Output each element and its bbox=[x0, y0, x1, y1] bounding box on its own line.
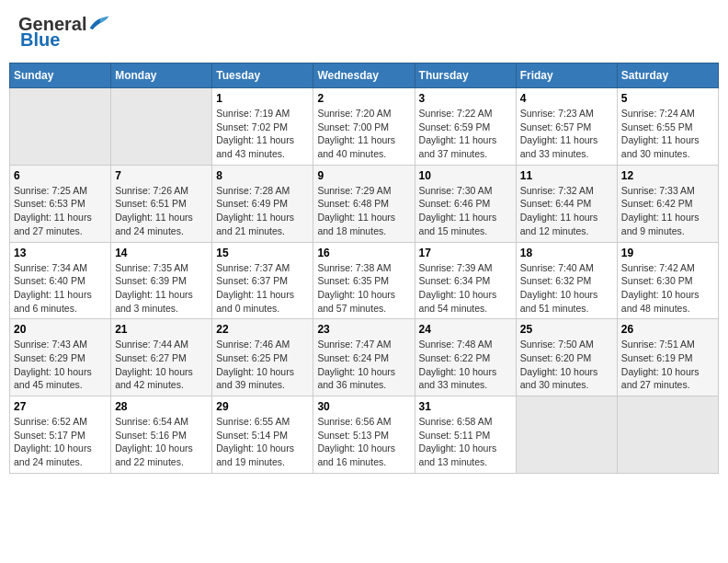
calendar-day-cell: 3Sunrise: 7:22 AMSunset: 6:59 PMDaylight… bbox=[415, 88, 516, 166]
day-info: Sunrise: 6:58 AMSunset: 5:11 PMDaylight:… bbox=[419, 415, 512, 469]
day-info: Sunrise: 6:52 AMSunset: 5:17 PMDaylight:… bbox=[14, 415, 107, 469]
day-number: 24 bbox=[419, 323, 512, 336]
day-number: 8 bbox=[216, 169, 309, 182]
day-number: 12 bbox=[621, 169, 714, 182]
day-number: 29 bbox=[216, 400, 309, 413]
calendar-day-cell: 29Sunrise: 6:55 AMSunset: 5:14 PMDayligh… bbox=[212, 396, 313, 474]
day-number: 4 bbox=[520, 92, 613, 105]
day-info: Sunrise: 7:51 AMSunset: 6:19 PMDaylight:… bbox=[621, 338, 714, 392]
day-number: 15 bbox=[216, 247, 309, 259]
day-number: 7 bbox=[115, 169, 208, 182]
day-info: Sunrise: 7:37 AMSunset: 6:37 PMDaylight:… bbox=[216, 261, 309, 316]
calendar-day-cell: 1Sunrise: 7:19 AMSunset: 7:02 PMDaylight… bbox=[212, 88, 313, 166]
day-of-week-header: Wednesday bbox=[313, 63, 415, 88]
day-number: 11 bbox=[520, 169, 613, 182]
day-number: 5 bbox=[621, 92, 714, 105]
calendar-day-cell bbox=[10, 88, 111, 166]
calendar-week-row: 1Sunrise: 7:19 AMSunset: 7:02 PMDaylight… bbox=[10, 88, 719, 166]
day-of-week-header: Sunday bbox=[10, 63, 111, 88]
calendar-day-cell: 12Sunrise: 7:33 AMSunset: 6:42 PMDayligh… bbox=[617, 165, 718, 242]
day-of-week-header: Thursday bbox=[415, 63, 516, 88]
day-of-week-header: Friday bbox=[516, 63, 617, 88]
day-info: Sunrise: 7:24 AMSunset: 6:55 PMDaylight:… bbox=[621, 107, 714, 161]
day-number: 1 bbox=[216, 92, 309, 105]
day-info: Sunrise: 7:28 AMSunset: 6:49 PMDaylight:… bbox=[216, 184, 309, 238]
day-info: Sunrise: 7:32 AMSunset: 6:44 PMDaylight:… bbox=[520, 184, 613, 238]
calendar-day-cell: 10Sunrise: 7:30 AMSunset: 6:46 PMDayligh… bbox=[415, 165, 516, 242]
day-info: Sunrise: 7:33 AMSunset: 6:42 PMDaylight:… bbox=[621, 184, 714, 238]
day-info: Sunrise: 7:23 AMSunset: 6:57 PMDaylight:… bbox=[520, 107, 613, 161]
day-info: Sunrise: 7:46 AMSunset: 6:25 PMDaylight:… bbox=[216, 338, 309, 392]
calendar-day-cell: 20Sunrise: 7:43 AMSunset: 6:29 PMDayligh… bbox=[10, 319, 111, 396]
day-number: 3 bbox=[419, 92, 512, 105]
day-number: 31 bbox=[419, 400, 512, 413]
calendar-week-row: 6Sunrise: 7:25 AMSunset: 6:53 PMDaylight… bbox=[10, 165, 719, 242]
calendar-day-cell: 19Sunrise: 7:42 AMSunset: 6:30 PMDayligh… bbox=[617, 242, 718, 319]
day-number: 23 bbox=[317, 323, 410, 336]
day-number: 30 bbox=[317, 400, 410, 413]
day-info: Sunrise: 7:43 AMSunset: 6:29 PMDaylight:… bbox=[14, 338, 107, 392]
day-info: Sunrise: 7:38 AMSunset: 6:35 PMDaylight:… bbox=[317, 261, 410, 316]
day-number: 20 bbox=[14, 323, 107, 336]
calendar-day-cell: 22Sunrise: 7:46 AMSunset: 6:25 PMDayligh… bbox=[212, 319, 313, 396]
day-number: 9 bbox=[317, 169, 410, 182]
calendar-day-cell: 4Sunrise: 7:23 AMSunset: 6:57 PMDaylight… bbox=[516, 88, 617, 166]
calendar-day-cell: 6Sunrise: 7:25 AMSunset: 6:53 PMDaylight… bbox=[10, 165, 111, 242]
calendar-day-cell bbox=[617, 396, 718, 474]
calendar-day-cell: 13Sunrise: 7:34 AMSunset: 6:40 PMDayligh… bbox=[10, 242, 111, 319]
calendar-day-cell: 16Sunrise: 7:38 AMSunset: 6:35 PMDayligh… bbox=[313, 242, 415, 319]
day-info: Sunrise: 7:30 AMSunset: 6:46 PMDaylight:… bbox=[419, 184, 512, 238]
day-number: 13 bbox=[14, 247, 107, 259]
logo-bird-icon bbox=[88, 15, 110, 31]
day-number: 10 bbox=[419, 169, 512, 182]
day-info: Sunrise: 7:47 AMSunset: 6:24 PMDaylight:… bbox=[317, 338, 410, 392]
day-info: Sunrise: 7:44 AMSunset: 6:27 PMDaylight:… bbox=[115, 338, 208, 392]
calendar-day-cell: 18Sunrise: 7:40 AMSunset: 6:32 PMDayligh… bbox=[516, 242, 617, 319]
calendar-day-cell: 26Sunrise: 7:51 AMSunset: 6:19 PMDayligh… bbox=[617, 319, 718, 396]
logo-blue-text: Blue bbox=[20, 29, 60, 51]
day-number: 27 bbox=[14, 400, 107, 413]
calendar-day-cell: 5Sunrise: 7:24 AMSunset: 6:55 PMDaylight… bbox=[617, 88, 718, 166]
day-info: Sunrise: 7:20 AMSunset: 7:00 PMDaylight:… bbox=[317, 107, 410, 161]
day-number: 18 bbox=[520, 247, 613, 259]
calendar-day-cell: 28Sunrise: 6:54 AMSunset: 5:16 PMDayligh… bbox=[111, 396, 212, 474]
day-info: Sunrise: 7:50 AMSunset: 6:20 PMDaylight:… bbox=[520, 338, 613, 392]
calendar-day-cell: 14Sunrise: 7:35 AMSunset: 6:39 PMDayligh… bbox=[111, 242, 212, 319]
day-info: Sunrise: 7:48 AMSunset: 6:22 PMDaylight:… bbox=[419, 338, 512, 392]
calendar-table: SundayMondayTuesdayWednesdayThursdayFrid… bbox=[9, 63, 719, 474]
calendar-day-cell: 8Sunrise: 7:28 AMSunset: 6:49 PMDaylight… bbox=[212, 165, 313, 242]
calendar-day-cell: 9Sunrise: 7:29 AMSunset: 6:48 PMDaylight… bbox=[313, 165, 415, 242]
logo: General Blue bbox=[18, 14, 110, 51]
calendar-header-row: SundayMondayTuesdayWednesdayThursdayFrid… bbox=[10, 63, 719, 88]
calendar-week-row: 13Sunrise: 7:34 AMSunset: 6:40 PMDayligh… bbox=[10, 242, 719, 319]
day-info: Sunrise: 6:56 AMSunset: 5:13 PMDaylight:… bbox=[317, 415, 410, 469]
calendar-day-cell: 23Sunrise: 7:47 AMSunset: 6:24 PMDayligh… bbox=[313, 319, 415, 396]
day-info: Sunrise: 7:25 AMSunset: 6:53 PMDaylight:… bbox=[14, 184, 107, 238]
day-number: 28 bbox=[115, 400, 208, 413]
day-number: 26 bbox=[621, 323, 714, 336]
calendar-day-cell bbox=[111, 88, 212, 166]
day-number: 6 bbox=[14, 169, 107, 182]
calendar-day-cell: 21Sunrise: 7:44 AMSunset: 6:27 PMDayligh… bbox=[111, 319, 212, 396]
day-number: 16 bbox=[317, 247, 410, 259]
day-number: 2 bbox=[317, 92, 410, 105]
calendar-day-cell: 17Sunrise: 7:39 AMSunset: 6:34 PMDayligh… bbox=[415, 242, 516, 319]
day-info: Sunrise: 7:39 AMSunset: 6:34 PMDaylight:… bbox=[419, 261, 512, 316]
day-of-week-header: Monday bbox=[111, 63, 212, 88]
calendar-week-row: 20Sunrise: 7:43 AMSunset: 6:29 PMDayligh… bbox=[10, 319, 719, 396]
day-number: 25 bbox=[520, 323, 613, 336]
day-info: Sunrise: 7:26 AMSunset: 6:51 PMDaylight:… bbox=[115, 184, 208, 238]
calendar-day-cell bbox=[516, 396, 617, 474]
calendar-day-cell: 15Sunrise: 7:37 AMSunset: 6:37 PMDayligh… bbox=[212, 242, 313, 319]
day-info: Sunrise: 7:42 AMSunset: 6:30 PMDaylight:… bbox=[621, 261, 714, 316]
day-number: 19 bbox=[621, 247, 714, 259]
calendar-day-cell: 25Sunrise: 7:50 AMSunset: 6:20 PMDayligh… bbox=[516, 319, 617, 396]
calendar-day-cell: 11Sunrise: 7:32 AMSunset: 6:44 PMDayligh… bbox=[516, 165, 617, 242]
day-number: 17 bbox=[419, 247, 512, 259]
calendar-day-cell: 30Sunrise: 6:56 AMSunset: 5:13 PMDayligh… bbox=[313, 396, 415, 474]
day-info: Sunrise: 7:22 AMSunset: 6:59 PMDaylight:… bbox=[419, 107, 512, 161]
calendar-week-row: 27Sunrise: 6:52 AMSunset: 5:17 PMDayligh… bbox=[10, 396, 719, 474]
day-number: 21 bbox=[115, 323, 208, 336]
day-info: Sunrise: 7:34 AMSunset: 6:40 PMDaylight:… bbox=[14, 261, 107, 316]
day-of-week-header: Tuesday bbox=[212, 63, 313, 88]
